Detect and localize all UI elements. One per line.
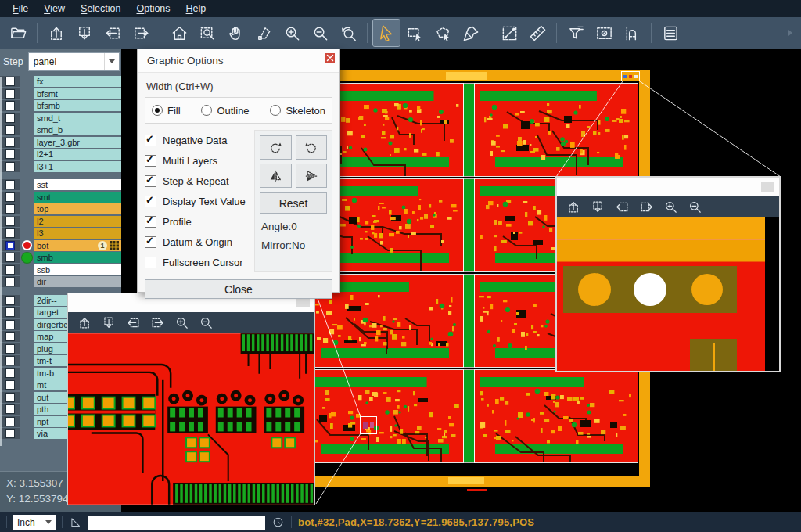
layer-checkbox[interactable] [5, 380, 15, 390]
layer-name[interactable]: l2 [34, 216, 121, 227]
layer-checkbox[interactable] [5, 241, 15, 250]
layer-checkbox[interactable] [5, 429, 15, 438]
layer-name[interactable]: smd_t [34, 113, 121, 124]
layer-row-l3+1[interactable]: l3+1 [0, 161, 121, 172]
layer-checkbox[interactable] [5, 344, 15, 354]
pcb-canvas[interactable]: Graphic Options Width (Ctrl+W) FillOutli… [121, 49, 801, 512]
clean-button[interactable] [458, 20, 484, 46]
home-view-button[interactable] [166, 20, 192, 46]
layer-name[interactable]: bfsmt [34, 88, 121, 99]
layer-name[interactable]: bot1 [34, 240, 121, 251]
flip-horizontal-button[interactable] [260, 164, 292, 188]
zoom-previous-button[interactable] [335, 20, 361, 46]
zoom-out-button[interactable] [196, 314, 215, 332]
scroll-up-button[interactable] [43, 20, 70, 46]
layer-name[interactable]: l3 [34, 228, 121, 239]
layer-checkbox[interactable] [5, 149, 15, 159]
zoom-out-button[interactable] [307, 20, 333, 46]
measure-distance-button[interactable] [496, 20, 523, 46]
layer-row-smd_b[interactable]: smd_b [0, 124, 121, 135]
layer-row-layer_3.gbr[interactable]: layer_3.gbr [0, 137, 121, 148]
ruler-button[interactable] [524, 20, 551, 46]
pan-right-button[interactable] [148, 314, 167, 332]
layer-checkbox[interactable] [5, 417, 15, 426]
layer-checkbox[interactable] [5, 113, 15, 123]
layer-checkbox[interactable] [5, 138, 15, 147]
checkbox-step-repeat[interactable]: Step & Repeat [145, 171, 254, 191]
toolbar-overflow-icon[interactable] [788, 30, 792, 36]
layer-checkbox[interactable] [5, 125, 15, 135]
magnifier-window-right[interactable] [555, 176, 781, 372]
select-polygon-button[interactable] [429, 20, 456, 46]
layer-checkbox[interactable] [5, 265, 15, 275]
zoom-in-button[interactable] [661, 198, 680, 217]
menu-file[interactable]: File [5, 2, 36, 16]
layer-row-dir[interactable]: dir [0, 276, 121, 287]
layer-checkbox[interactable] [5, 320, 15, 329]
menu-selection[interactable]: Selection [73, 2, 128, 16]
scroll-right-button[interactable] [128, 20, 154, 46]
checkbox-display-text-value[interactable]: Display Text Value [145, 191, 254, 211]
layer-row-fx[interactable]: fx [0, 76, 121, 87]
zoom-window-button[interactable] [194, 20, 221, 46]
layer-checkbox[interactable] [5, 253, 15, 262]
layer-checkbox[interactable] [5, 404, 15, 414]
zoom-source-box-bottom[interactable] [360, 416, 377, 434]
layer-name[interactable]: l3+1 [34, 161, 121, 172]
layer-name[interactable]: top [34, 203, 121, 214]
layer-checkbox[interactable] [5, 192, 15, 202]
layer-row-ssb[interactable]: ssb [0, 264, 121, 275]
highlight-view-button[interactable] [591, 20, 617, 46]
history-clock-icon[interactable] [271, 516, 285, 529]
layer-row-bfsmb[interactable]: bfsmb [0, 100, 121, 111]
pan-down-button[interactable] [588, 198, 607, 217]
menu-view[interactable]: View [36, 2, 73, 16]
layer-row-smd_t[interactable]: smd_t [0, 113, 121, 124]
layer-name[interactable]: smt [34, 192, 121, 203]
close-button[interactable]: Close [145, 279, 332, 299]
menu-options[interactable]: Options [128, 2, 178, 16]
layer-checkbox[interactable] [5, 162, 15, 171]
zoom-in-button[interactable] [278, 20, 305, 46]
layer-row-bfsmt[interactable]: bfsmt [0, 88, 121, 99]
step-repeat-grid-icon[interactable] [110, 241, 119, 250]
menu-help[interactable]: Help [178, 2, 214, 16]
select-cursor-button[interactable] [373, 20, 400, 46]
zoom-polygon-button[interactable] [250, 20, 277, 46]
layer-checkbox[interactable] [5, 217, 15, 226]
layer-checkbox[interactable] [5, 277, 15, 286]
checkbox-negative-data[interactable]: Negative Data [145, 130, 254, 150]
checkbox-profile[interactable]: Profile [145, 211, 254, 232]
layer-row-sst[interactable]: sst [0, 179, 121, 190]
layer-name[interactable]: l2+1 [34, 149, 121, 160]
layer-row-l2[interactable]: l2 [0, 216, 121, 227]
layer-name[interactable]: smd_b [34, 124, 121, 135]
radio-fill[interactable]: Fill [152, 105, 181, 117]
layer-name[interactable]: bfsmb [34, 100, 121, 111]
layer-checkbox[interactable] [5, 332, 15, 341]
layer-checkbox[interactable] [5, 77, 15, 86]
layer-checkbox[interactable] [5, 356, 15, 365]
layer-name[interactable]: smb [34, 252, 121, 263]
layer-checkbox[interactable] [5, 307, 15, 317]
layer-name[interactable]: layer_3.gbr [34, 137, 121, 148]
pan-down-button[interactable] [99, 314, 118, 332]
layer-checkbox[interactable] [5, 393, 15, 402]
open-file-button[interactable] [5, 20, 31, 46]
magnifier-window-left[interactable] [67, 293, 315, 505]
zoom-out-button[interactable] [685, 198, 704, 217]
radio-outline[interactable]: Outline [201, 105, 249, 117]
layer-row-l3[interactable]: l3 [0, 228, 121, 239]
layer-row-smb[interactable]: smb [0, 252, 121, 263]
rotate-ccw-button[interactable] [296, 135, 328, 160]
layer-name[interactable]: fx [34, 76, 121, 87]
snap-button[interactable] [619, 20, 645, 46]
layer-checkbox[interactable] [5, 180, 15, 189]
checkbox-fullscreen-cursor[interactable]: Fullscreen Cursor [145, 252, 254, 272]
corner-measure-icon[interactable] [69, 516, 82, 529]
filter-button[interactable] [562, 20, 589, 46]
layer-checkbox[interactable] [5, 296, 15, 305]
layer-checkbox[interactable] [5, 89, 15, 99]
pan-left-button[interactable] [612, 198, 631, 217]
command-input[interactable] [88, 516, 265, 530]
